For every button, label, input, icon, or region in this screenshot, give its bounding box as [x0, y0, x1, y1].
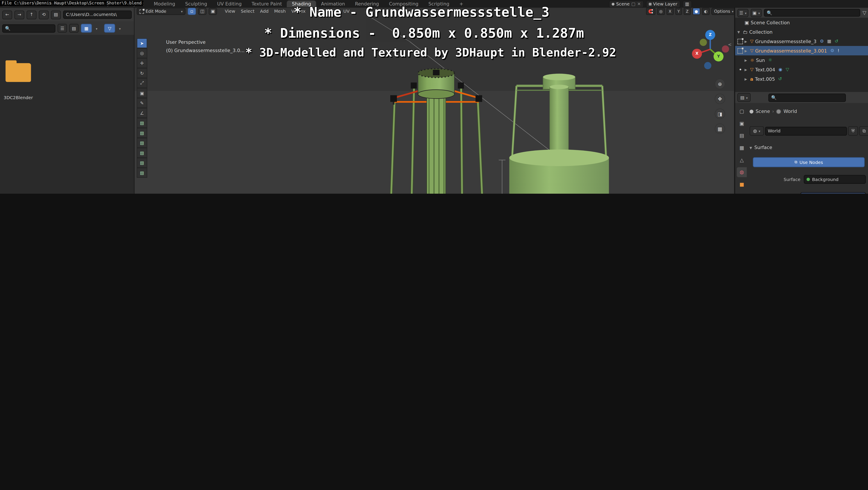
rotate-tool[interactable]: ↻ — [137, 68, 147, 78]
scene-breadcrumb-icon[interactable] — [750, 109, 753, 113]
new-folder-icon[interactable]: ▤ — [51, 10, 61, 19]
up-icon[interactable]: ↑ — [27, 10, 36, 19]
use-nodes-button[interactable]: ⧉ Use Nodes — [753, 157, 865, 167]
snap-magnet-icon[interactable]: 🧲 — [646, 8, 655, 15]
proportional-edit-icon[interactable]: ◎ — [657, 8, 665, 15]
axis-y-toggle[interactable]: Y — [675, 8, 682, 15]
world-name-field[interactable]: World — [765, 127, 847, 135]
outliner-search-input[interactable]: 🔍 — [764, 9, 860, 17]
poly-build-tool[interactable]: ▧ — [137, 168, 147, 178]
forward-icon[interactable]: → — [14, 10, 25, 19]
world-breadcrumb-icon[interactable] — [776, 109, 781, 114]
outliner-item-name[interactable]: Grundwassermessstelle_3.001 — [755, 48, 827, 54]
outliner-item-name[interactable]: Sun — [756, 57, 765, 63]
inset-tool[interactable]: ▧ — [137, 128, 147, 138]
gizmo-z-axis[interactable]: Z — [705, 30, 715, 40]
pan-hand-icon[interactable]: ✥ — [715, 94, 725, 104]
properties-search-input[interactable]: 🔍 — [768, 93, 846, 102]
viewport-menu-item[interactable]: Add — [258, 9, 271, 14]
loopcut-tool[interactable]: ▧ — [137, 148, 147, 158]
cursor-tool[interactable]: ◎ — [137, 48, 147, 58]
viewport-menu-item[interactable]: Select — [239, 9, 257, 14]
sidebar-collapse-icon[interactable]: < — [728, 42, 732, 47]
mode-dropdown[interactable]: Edit Mode▾ — [137, 8, 186, 15]
new-world-icon[interactable]: ⧉ — [859, 126, 868, 136]
folder-name[interactable]: 3DC2Blender — [0, 95, 36, 100]
vertex-select-icon[interactable]: ▫ — [188, 8, 196, 15]
viewport-menu-item[interactable]: View — [223, 9, 238, 14]
extrude-tool[interactable]: ▧ — [137, 118, 147, 128]
search-input[interactable]: 🔍 — [2, 24, 55, 32]
shading-solid-icon[interactable]: ● — [692, 8, 700, 15]
list-view-icon[interactable]: ☰ — [58, 24, 67, 33]
tool-tab[interactable]: ▢ — [737, 106, 747, 117]
outliner-item-name[interactable]: Grundwassermessstelle_3 — [755, 38, 816, 44]
axis-x-toggle[interactable]: X — [666, 8, 673, 15]
scale-tool[interactable]: ⤢ — [137, 78, 147, 88]
display-settings-caret[interactable]: ▾ — [96, 26, 97, 30]
view-layer-selector[interactable]: View Layer — [646, 1, 680, 8]
move-tool[interactable]: ✛ — [137, 58, 147, 68]
back-icon[interactable]: ← — [2, 10, 12, 19]
model-object-mode[interactable] — [499, 73, 609, 194]
workspace-tab[interactable]: UV Editing — [212, 1, 247, 7]
outliner-item[interactable]: ▶▽Text.004◉▽ — [735, 65, 868, 74]
outliner-filter-type-icon[interactable]: ▣▾ — [751, 8, 762, 17]
workspace-tab[interactable]: Texture Paint — [247, 1, 287, 7]
world-tab[interactable]: ◍ — [737, 167, 747, 177]
gizmo-x-axis[interactable]: X — [692, 49, 702, 59]
outliner-item[interactable]: ▶aText.005↺ — [735, 74, 868, 84]
scene-collection-row[interactable]: ▣ Scene Collection — [735, 18, 868, 27]
collection-row[interactable]: ▼🗀 Collection — [735, 27, 868, 37]
knife-tool[interactable]: ▧ — [137, 158, 147, 168]
gear-green-icon[interactable]: ☼ — [768, 58, 772, 63]
grid-icon[interactable]: ▦ — [827, 39, 831, 44]
refresh-icon[interactable]: ⟲ — [39, 10, 49, 19]
gizmo-y-axis[interactable]: Y — [713, 52, 723, 62]
new-scene-icon[interactable]: ▢ — [631, 2, 636, 7]
face-select-icon[interactable]: ▣ — [209, 8, 217, 15]
object-tab[interactable]: ■ — [737, 179, 747, 190]
path-field[interactable]: C:\Users\D...ocuments\ — [63, 10, 132, 19]
curve-green-icon[interactable]: ↺ — [835, 39, 838, 44]
workspace-tab[interactable]: Sculpting — [180, 1, 212, 7]
filter-icon[interactable]: ▥ — [682, 1, 692, 8]
view-layer-tab[interactable]: ▦ — [737, 143, 747, 153]
thumbnail-view-icon[interactable]: ▦ — [81, 24, 92, 33]
bevel-tool[interactable]: ▧ — [137, 138, 147, 148]
tri-green-icon[interactable]: ▽ — [786, 67, 789, 72]
workspace-tab[interactable]: Modeling — [149, 1, 180, 7]
curve-green-icon[interactable]: ↺ — [778, 76, 782, 81]
wrench-icon[interactable]: ⚙ — [820, 39, 824, 44]
outliner-item-name[interactable]: Text.004 — [755, 67, 775, 72]
detail-view-icon[interactable]: ▤ — [69, 24, 79, 33]
outliner-funnel-icon[interactable]: ▽ — [863, 10, 866, 15]
ortho-grid-icon[interactable]: ▦ — [715, 124, 725, 134]
annotate-tool[interactable]: ✎ — [137, 98, 147, 108]
options-dropdown[interactable]: Options▾ — [711, 8, 734, 15]
outliner-item[interactable]: ▶☼Sun☼ — [735, 55, 868, 65]
wrench-icon[interactable]: ⚙ — [830, 48, 834, 53]
scene-selector[interactable]: Scene ▢ ✕ — [609, 1, 644, 8]
modifiers-tab[interactable]: ⚙ — [737, 192, 747, 194]
viewport-menu-item[interactable]: Mesh — [272, 9, 288, 14]
surface-value-field[interactable]: Background — [804, 175, 866, 184]
gizmo-z-neg[interactable] — [704, 62, 711, 69]
filter-caret[interactable]: ▾ — [119, 26, 121, 30]
outliner-display-mode-icon[interactable]: ☰▾ — [737, 8, 748, 17]
select-box-tool[interactable]: ➤ — [137, 38, 147, 48]
gizmo-y-neg[interactable] — [700, 39, 707, 46]
transform-tool[interactable]: ▣ — [137, 88, 147, 98]
render-tab[interactable]: ▣ — [737, 119, 747, 128]
camera-view-icon[interactable]: ◨ — [715, 108, 725, 119]
surface-panel-header[interactable]: ▼Surface — [750, 144, 772, 150]
close-scene-icon[interactable]: ✕ — [637, 2, 641, 7]
model-edit-mode[interactable] — [386, 69, 486, 194]
particles-blue-icon[interactable]: ◉ — [778, 67, 782, 72]
axis-gizmo[interactable]: Z X Y — [691, 30, 730, 69]
zoom-tool-icon[interactable]: ⊕ — [715, 78, 725, 89]
fake-user-shield-icon[interactable]: ⛨ — [848, 126, 858, 136]
color-value-field[interactable]: lilienstein_8k.hdr — [801, 192, 866, 194]
output-tab[interactable]: ▤ — [737, 131, 747, 141]
folder-icon[interactable] — [5, 63, 31, 82]
